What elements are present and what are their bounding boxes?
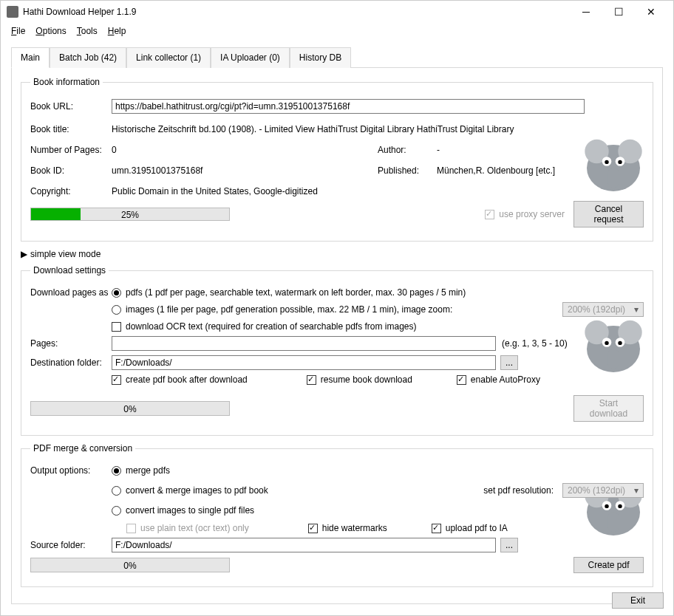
destination-folder-input[interactable] bbox=[112, 355, 496, 370]
create-pdf-after-label: create pdf book after download bbox=[126, 374, 248, 385]
close-button[interactable]: ✕ bbox=[635, 1, 667, 23]
tab-history-db[interactable]: History DB bbox=[290, 47, 351, 68]
download-as-pdfs-radio[interactable]: pdfs (1 pdf per page, searchable text, w… bbox=[112, 287, 466, 298]
author-label: Author: bbox=[378, 145, 437, 155]
chevron-right-icon: ▶ bbox=[21, 249, 27, 259]
use-proxy-label: use proxy server bbox=[499, 209, 565, 219]
menu-file[interactable]: File bbox=[7, 24, 30, 38]
start-download-button: Start download bbox=[573, 395, 644, 422]
published-label: Published: bbox=[378, 165, 437, 176]
convert-merge-radio[interactable]: convert & merge images to pdf book bbox=[112, 485, 268, 496]
book-title-value: Historische Zeitschrift bd.100 (1908). -… bbox=[112, 124, 514, 134]
window-title: Hathi Download Helper 1.1.9 bbox=[23, 7, 570, 17]
merge-pdfs-label: merge pdfs bbox=[126, 465, 170, 476]
download-settings-legend: Download settings bbox=[30, 265, 109, 276]
download-ocr-label: download OCR text (required for creation… bbox=[126, 321, 417, 332]
book-url-input[interactable] bbox=[112, 99, 585, 114]
pages-count-label: Number of Pages: bbox=[30, 145, 112, 155]
book-id-label: Book ID: bbox=[30, 165, 112, 176]
mascot-icon bbox=[580, 312, 647, 379]
merge-progress-pct: 0% bbox=[123, 561, 136, 571]
download-progress: 0% bbox=[30, 401, 230, 416]
svg-rect-23 bbox=[608, 513, 619, 533]
merge-pdfs-radio[interactable]: merge pdfs bbox=[112, 465, 170, 476]
tab-ia-uploader[interactable]: IA Uploader (0) bbox=[211, 47, 290, 68]
menu-bar: File Options Tools Help bbox=[1, 23, 673, 39]
app-icon bbox=[7, 6, 18, 18]
download-pages-as-label: Download pages as bbox=[30, 287, 112, 298]
svg-point-14 bbox=[618, 341, 622, 345]
title-bar: Hathi Download Helper 1.1.9 ─ ☐ ✕ bbox=[1, 1, 673, 23]
pdf-resolution-label: set pdf resolution: bbox=[483, 485, 554, 496]
download-as-images-radio[interactable]: images (1 file per page, pdf generation … bbox=[112, 304, 452, 315]
convert-single-label: convert images to single pdf files bbox=[126, 505, 254, 516]
copyright-label: Copyright: bbox=[30, 186, 112, 196]
book-information-legend: Book information bbox=[30, 77, 103, 87]
download-settings-group: Download settings Download pages as pdfs… bbox=[21, 265, 653, 436]
image-zoom-select: 200% (192dpi) bbox=[562, 302, 644, 317]
enable-autoproxy-label: enable AutoProxy bbox=[471, 374, 540, 385]
menu-help[interactable]: Help bbox=[103, 24, 131, 38]
published-value: München,R. Oldenbourg [etc.] bbox=[437, 165, 555, 176]
svg-point-22 bbox=[618, 504, 622, 508]
upload-to-ia-checkbox[interactable]: upload pdf to IA bbox=[432, 523, 508, 533]
svg-point-6 bbox=[618, 160, 622, 164]
menu-options[interactable]: Options bbox=[31, 24, 70, 38]
svg-rect-7 bbox=[608, 168, 619, 188]
download-pdfs-label: pdfs (1 pdf per page, searchable text, w… bbox=[126, 287, 466, 298]
book-info-progress: 25% bbox=[30, 208, 230, 221]
source-folder-input[interactable] bbox=[112, 538, 496, 552]
pages-range-label: Pages: bbox=[30, 338, 112, 349]
plain-text-label: use plain text (ocr text) only bbox=[140, 523, 249, 533]
pages-range-input[interactable] bbox=[112, 336, 496, 351]
exit-button[interactable]: Exit bbox=[612, 592, 664, 609]
convert-merge-label: convert & merge images to pdf book bbox=[126, 485, 268, 496]
book-title-label: Book title: bbox=[30, 124, 112, 134]
destination-folder-browse-button[interactable]: ... bbox=[500, 355, 518, 370]
convert-single-radio[interactable]: convert images to single pdf files bbox=[112, 505, 254, 516]
resume-download-checkbox[interactable]: resume book download bbox=[307, 374, 412, 385]
book-url-label: Book URL: bbox=[30, 101, 112, 112]
simple-view-toggle[interactable]: ▶ simple view mode bbox=[21, 249, 653, 259]
source-folder-label: Source folder: bbox=[30, 540, 112, 550]
destination-folder-label: Destination folder: bbox=[30, 357, 112, 368]
maximize-button[interactable]: ☐ bbox=[602, 1, 635, 23]
tab-main[interactable]: Main bbox=[11, 47, 50, 68]
mascot-icon bbox=[580, 131, 647, 198]
pdf-merge-legend: PDF merge & conversion bbox=[30, 443, 135, 454]
resume-download-label: resume book download bbox=[321, 374, 412, 385]
book-information-group: Book information Book URL: Book title: H… bbox=[21, 77, 653, 242]
svg-point-5 bbox=[605, 160, 608, 164]
simple-view-label: simple view mode bbox=[30, 249, 101, 259]
author-value: - bbox=[437, 145, 440, 155]
pdf-resolution-select: 200% (192dpi) bbox=[562, 483, 644, 498]
svg-point-21 bbox=[605, 504, 608, 508]
minimize-button[interactable]: ─ bbox=[570, 1, 602, 23]
pages-count-value: 0 bbox=[112, 145, 378, 155]
menu-tools[interactable]: Tools bbox=[72, 24, 102, 38]
pages-range-hint: (e.g. 1, 3, 5 - 10) bbox=[502, 338, 568, 349]
tab-link-collector[interactable]: Link collector (1) bbox=[126, 47, 211, 68]
download-ocr-checkbox[interactable]: download OCR text (required for creation… bbox=[112, 321, 417, 332]
tab-bar: Main Batch Job (42) Link collector (1) I… bbox=[11, 47, 663, 68]
tab-batch-job[interactable]: Batch Job (42) bbox=[50, 47, 126, 68]
create-pdf-after-download-checkbox[interactable]: create pdf book after download bbox=[112, 374, 248, 385]
copyright-value: Public Domain in the United States, Goog… bbox=[112, 186, 318, 196]
upload-to-ia-label: upload pdf to IA bbox=[446, 523, 508, 533]
cancel-request-button[interactable]: Cancel request bbox=[573, 201, 644, 227]
book-info-progress-pct: 25% bbox=[31, 208, 229, 220]
pdf-merge-group: PDF merge & conversion Output options: m… bbox=[21, 443, 653, 587]
plain-text-checkbox: use plain text (ocr text) only bbox=[126, 523, 249, 533]
source-folder-browse-button[interactable]: ... bbox=[500, 538, 518, 552]
create-pdf-button[interactable]: Create pdf bbox=[573, 557, 644, 573]
output-options-label: Output options: bbox=[30, 465, 112, 476]
use-proxy-checkbox: use proxy server bbox=[485, 209, 565, 219]
download-images-label: images (1 file per page, pdf generation … bbox=[126, 304, 452, 315]
svg-point-13 bbox=[605, 341, 608, 345]
hide-watermarks-label: hide watermarks bbox=[322, 523, 387, 533]
svg-rect-15 bbox=[608, 349, 619, 369]
enable-autoproxy-checkbox[interactable]: enable AutoProxy bbox=[457, 374, 540, 385]
hide-watermarks-checkbox[interactable]: hide watermarks bbox=[308, 523, 387, 533]
book-id-value: umn.31951001375168f bbox=[112, 165, 378, 176]
merge-progress: 0% bbox=[30, 558, 230, 572]
